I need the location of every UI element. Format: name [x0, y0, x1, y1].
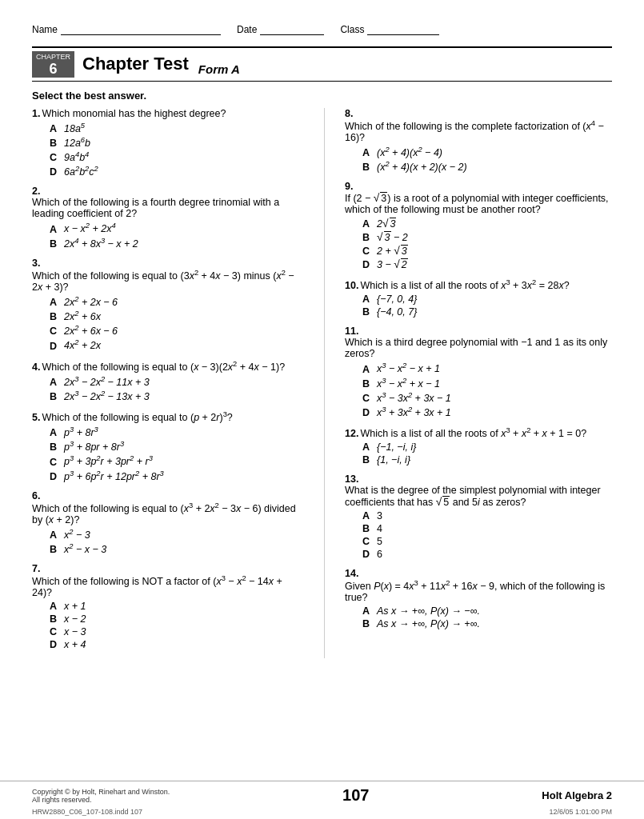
class-field — [367, 24, 439, 35]
bottom-meta-right: 12/6/05 1:01:00 PM — [549, 808, 612, 816]
q11-answers: A x3 − x2 − x + 1 B x3 − x2 + x − 1 C x3… — [345, 362, 612, 418]
q7-a: A x + 1 — [50, 601, 304, 612]
column-divider — [324, 108, 325, 659]
q1-answers: A 18a5 B 12a6b C 9a4b4 D 6a2b2c2 — [32, 122, 304, 178]
q8-text: Which of the following is the complete f… — [345, 119, 612, 143]
q8-num: 8. — [345, 108, 353, 119]
question-10: 10. Which is a list of all the roots of … — [345, 278, 612, 318]
q6-text: Which of the following is equal to (x3 +… — [32, 501, 304, 525]
q9-answers: A 2√3 B √3 − 2 C 2 + √3 D 3 − √2 — [345, 218, 612, 270]
q9-a: A 2√3 — [362, 218, 612, 230]
q7-num: 7. — [32, 563, 40, 574]
q11-text: Which is a third degree polynomial with … — [345, 337, 612, 359]
q12-a: A {−1, −i, i} — [362, 441, 612, 453]
q3-b: B 2x2 + 6x — [50, 310, 304, 322]
date-label: Date — [237, 24, 257, 35]
q5-num: 5. — [32, 412, 40, 423]
question-8: 8. Which of the following is the complet… — [345, 108, 612, 173]
instruction: Select the best answer. — [32, 90, 612, 102]
question-9: 9. If (2 − √3) is a root of a polynomial… — [345, 181, 612, 270]
q13-num: 13. — [345, 473, 358, 485]
q3-d: D 4x2 + 2x — [50, 338, 304, 351]
footer: Copyright © by Holt, Rinehart and Winsto… — [0, 781, 644, 805]
q7-answers: A x + 1 B x − 2 C x − 3 D x + 4 — [32, 601, 304, 650]
question-1: 1. Which monomial has the highest degree… — [32, 108, 304, 178]
q3-c: C 2x2 + 6x − 6 — [50, 324, 304, 337]
q11-d: D x3 + 3x2 + 3x + 1 — [362, 406, 612, 418]
q8-b: B (x2 + 4)(x + 2)(x − 2) — [362, 160, 612, 173]
q6-a: A x2 − 3 — [50, 528, 304, 541]
q14-a: A As x → +∞, P(x) → −∞. — [362, 605, 612, 617]
q8-a: A (x2 + 4)(x2 − 4) — [362, 146, 612, 158]
question-12: 12. Which is a list of all the roots of … — [345, 426, 612, 465]
q1-a: A 18a5 — [50, 122, 304, 134]
q11-a: A x3 − x2 − x + 1 — [362, 362, 612, 374]
name-field — [61, 24, 221, 35]
q5-a: A p3 + 8r3 — [50, 425, 304, 438]
q1-text: Which monomial has the highest degree? — [42, 108, 226, 119]
q10-a: A {−7, 0, 4} — [362, 294, 612, 305]
q12-text: Which is a list of all the roots of x3 +… — [360, 426, 586, 439]
q9-b: B √3 − 2 — [362, 231, 612, 243]
bottom-meta-left: HRW2880_C06_107-108.indd 107 — [32, 808, 142, 816]
q8-answers: A (x2 + 4)(x2 − 4) B (x2 + 4)(x + 2)(x −… — [345, 146, 612, 173]
footer-page-number: 107 — [342, 786, 369, 805]
q10-num: 10. — [345, 280, 358, 291]
q4-answers: A 2x3 − 2x2 − 11x + 3 B 2x3 − 2x2 − 13x … — [32, 375, 304, 402]
q12-answers: A {−1, −i, i} B {1, −i, i} — [345, 441, 612, 465]
question-14: 14. Given P(x) = 4x3 + 11x2 + 16x − 9, w… — [345, 568, 612, 629]
q1-d: D 6a2b2c2 — [50, 165, 304, 178]
header-line: Name Date Class — [32, 24, 612, 35]
q3-text: Which of the following is equal to (3x2 … — [32, 269, 304, 293]
q4-b: B 2x3 − 2x2 − 13x + 3 — [50, 390, 304, 402]
q13-d: D 6 — [362, 549, 612, 560]
q7-d: D x + 4 — [50, 639, 304, 650]
question-5: 5. Which of the following is equal to (p… — [32, 410, 304, 482]
q13-b: B 4 — [362, 523, 612, 534]
q13-c: C 5 — [362, 536, 612, 547]
q1-b: B 12a6b — [50, 136, 304, 149]
q14-answers: A As x → +∞, P(x) → −∞. B As x → +∞, P(x… — [345, 605, 612, 629]
question-13: 13. What is the degree of the simplest p… — [345, 473, 612, 560]
q11-b: B x3 − x2 + x − 1 — [362, 377, 612, 390]
q14-b: B As x → +∞, P(x) → +∞. — [362, 618, 612, 629]
q5-answers: A p3 + 8r3 B p3 + 8pr + 8r3 C p3 + 3p2r … — [32, 425, 304, 482]
q6-answers: A x2 − 3 B x2 − x − 3 — [32, 528, 304, 555]
q9-c: C 2 + √3 — [362, 245, 612, 257]
content-columns: 1. Which monomial has the highest degree… — [32, 108, 612, 659]
q6-num: 6. — [32, 490, 40, 501]
page: Name Date Class CHAPTER 6 Chapter Test F… — [0, 0, 644, 819]
question-4: 4. Which of the following is equal to (x… — [32, 360, 304, 402]
bottom-meta: HRW2880_C06_107-108.indd 107 12/6/05 1:0… — [0, 808, 644, 816]
q2-text: Which of the following is a fourth degre… — [32, 197, 304, 219]
class-label: Class — [340, 24, 364, 35]
q2-b: B 2x4 + 8x3 − x + 2 — [50, 237, 304, 250]
right-column: 8. Which of the following is the complet… — [345, 108, 612, 659]
footer-copyright: Copyright © by Holt, Rinehart and Winsto… — [32, 788, 170, 804]
q14-text: Given P(x) = 4x3 + 11x2 + 16x − 9, which… — [345, 579, 612, 603]
q10-text: Which is a list of all the roots of x3 +… — [360, 278, 569, 291]
chapter-title: Chapter Test — [82, 54, 189, 74]
left-column: 1. Which monomial has the highest degree… — [32, 108, 304, 659]
question-11: 11. Which is a third degree polynomial w… — [345, 326, 612, 418]
q1-num: 1. — [32, 108, 40, 119]
q1-c: C 9a4b4 — [50, 150, 304, 163]
q13-text: What is the degree of the simplest polyn… — [345, 485, 612, 508]
q3-answers: A 2x2 + 2x − 6 B 2x2 + 6x C 2x2 + 6x − 6… — [32, 295, 304, 352]
q12-b: B {1, −i, i} — [362, 454, 612, 465]
date-field — [260, 24, 324, 35]
question-7: 7. Which of the following is NOT a facto… — [32, 563, 304, 650]
q5-b: B p3 + 8pr + 8r3 — [50, 440, 304, 453]
question-2: 2. Which of the following is a fourth de… — [32, 186, 304, 249]
q10-answers: A {−7, 0, 4} B {−4, 0, 7} — [345, 294, 612, 318]
q3-num: 3. — [32, 258, 40, 269]
q14-num: 14. — [345, 568, 358, 579]
question-3: 3. Which of the following is equal to (3… — [32, 258, 304, 352]
q9-num: 9. — [345, 181, 353, 192]
chapter-box: CHAPTER 6 — [32, 51, 74, 78]
name-label: Name — [32, 24, 58, 35]
q9-text: If (2 − √3) is a root of a polynomial wi… — [345, 192, 612, 215]
q6-b: B x2 − x − 3 — [50, 542, 304, 555]
q7-b: B x − 2 — [50, 613, 304, 625]
q11-num: 11. — [345, 326, 358, 337]
